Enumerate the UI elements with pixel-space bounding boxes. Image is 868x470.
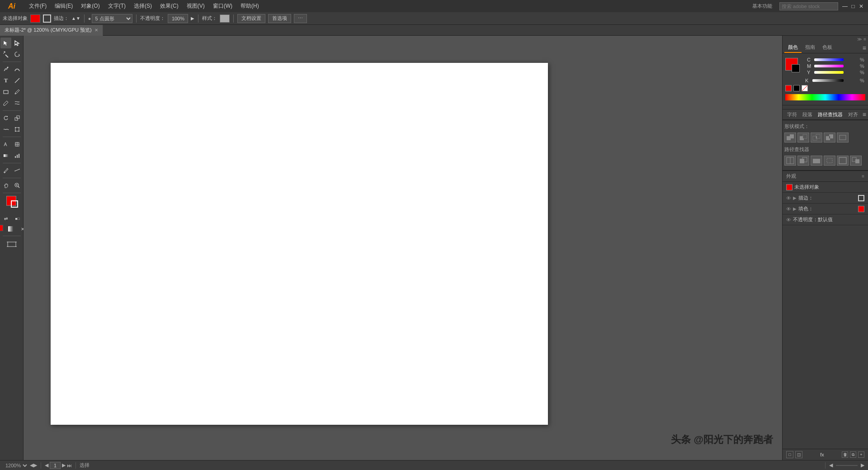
menu-window[interactable]: 窗口(W) [209,1,236,11]
pen-tool[interactable] [0,64,11,75]
small-none-swatch[interactable] [802,85,808,91]
stroke-appearance-swatch[interactable] [858,195,864,201]
new-item-icon[interactable]: ◫ [795,451,802,458]
eyedropper-tool[interactable] [0,165,11,176]
merge-button[interactable] [811,156,822,166]
c-slider[interactable] [814,58,844,61]
search-input[interactable] [782,4,836,9]
k-slider[interactable] [812,79,844,82]
tab-guide[interactable]: 指南 [802,43,819,53]
zoom-arrows[interactable]: ◀▶ [30,462,37,468]
divide-button[interactable] [784,156,796,166]
color-mode-icon[interactable] [0,225,3,231]
magic-wand-tool[interactable] [0,49,11,60]
last-page-icon[interactable]: ⏭ [67,463,72,468]
brush-select[interactable]: 5 点圆形 [92,14,132,23]
intersect-button[interactable] [811,133,822,142]
next-page-icon[interactable]: ▶ [62,462,66,468]
preferences-button[interactable]: 首选项 [268,14,291,23]
tab-color[interactable]: 颜色 [784,43,802,53]
hand-tool[interactable] [0,180,11,191]
y-slider[interactable] [814,71,844,74]
live-paint-tool[interactable] [0,139,11,150]
crop-button[interactable] [824,156,835,166]
trim-button[interactable] [797,156,809,166]
tab-align[interactable]: 对齐 [845,110,861,119]
artboard-nav-left[interactable]: ◀ [829,462,833,468]
mesh-tool[interactable] [12,139,23,150]
direct-selection-tool[interactable] [12,38,23,48]
collapse-panels-icon[interactable]: ≫ [857,37,862,42]
color-panel-menu[interactable]: ≡ [863,44,866,52]
free-transform-tool[interactable] [12,124,23,135]
opacity-arrow[interactable]: ▶ [191,16,194,21]
selection-tool[interactable] [0,38,11,48]
exclude-button[interactable] [824,133,835,142]
toolbar-stroke-color[interactable] [43,14,51,23]
menu-select[interactable]: 选择(S) [130,1,156,11]
warp-tool[interactable] [0,124,11,135]
menu-effect[interactable]: 效果(C) [156,1,182,11]
opacity-input[interactable] [168,14,188,23]
paintbrush-tool[interactable] [12,86,23,97]
background-swatch[interactable] [792,64,800,72]
new-layer-icon[interactable]: □ [786,451,793,458]
toolbar-fill-color[interactable] [30,14,40,23]
tab-swatch[interactable]: 色板 [819,43,836,53]
tab-paragraph[interactable]: 段落 [800,110,815,119]
search-box[interactable] [779,2,838,10]
doc-settings-button[interactable]: 文档设置 [237,14,265,23]
minus-front-button[interactable] [797,133,809,142]
swap-colors-icon[interactable]: ⇄ [2,214,10,223]
measure-tool[interactable] [12,165,23,176]
menu-file[interactable]: 文件(F) [25,1,50,11]
stroke-eye-icon[interactable]: 👁 [786,195,791,201]
scale-tool[interactable] [12,113,23,123]
menu-view[interactable]: 视图(V) [183,1,208,11]
copy-icon[interactable]: ⧉ [850,451,856,458]
menu-type[interactable]: 文字(T) [104,1,129,11]
menu-help[interactable]: 帮助(H) [237,1,263,11]
panel-menu-icon[interactable]: ≡ [863,37,866,42]
tab-close-button[interactable]: ✕ [94,28,98,33]
stroke-chevron-icon[interactable]: ▶ [793,195,797,200]
panel2-menu[interactable]: ≡ [863,111,866,118]
document-tab[interactable]: 未标题-2* @ 1200% (CMYK/GPU 预览) ✕ [0,25,103,36]
fx-button[interactable]: fx [820,452,824,457]
pencil-tool[interactable] [0,98,11,109]
unite-button[interactable] [784,133,796,142]
opacity-eye-icon[interactable]: 👁 [786,217,791,223]
gradient-mode-icon[interactable] [7,225,15,233]
default-colors-icon[interactable]: ■□ [14,214,22,223]
stroke-arrow[interactable]: ▲▼ [71,16,80,21]
menu-object[interactable]: 对象(O) [77,1,103,11]
expand-button[interactable] [837,133,849,142]
chart-tool[interactable] [12,150,23,161]
zoom-select[interactable]: 1200% [4,462,28,469]
fill-eye-icon[interactable]: 👁 [786,206,791,212]
extra-button[interactable]: ⋯ [294,14,307,23]
small-bg-swatch[interactable] [793,85,800,91]
rectangle-tool[interactable] [0,86,11,97]
tab-character[interactable]: 字符 [784,110,800,119]
type-tool[interactable]: T [0,75,11,86]
fill-appearance-swatch[interactable] [858,206,864,212]
style-swatch[interactable] [220,14,230,23]
close-button[interactable]: ✕ [858,3,864,9]
gradient-tool[interactable] [0,150,11,161]
artboard-tool[interactable] [6,239,17,250]
rotate-tool[interactable] [0,113,11,123]
delete-icon[interactable]: 🗑 [842,451,848,458]
canvas[interactable] [51,63,548,425]
stroke-color-swatch[interactable] [11,200,18,208]
artboard-nav-right[interactable]: ▶ [861,462,864,468]
prev-page-icon[interactable]: ◀ [45,462,48,468]
zoom-tool[interactable] [12,180,23,191]
color-spectrum-bar[interactable] [785,94,865,100]
m-slider[interactable] [814,65,844,67]
outline-button[interactable] [837,156,849,166]
minus-back-button[interactable] [850,156,862,166]
add-icon[interactable]: + [858,451,864,458]
tab-pathfinder[interactable]: 路径查找器 [815,110,845,119]
shaper-tool[interactable] [12,98,23,109]
